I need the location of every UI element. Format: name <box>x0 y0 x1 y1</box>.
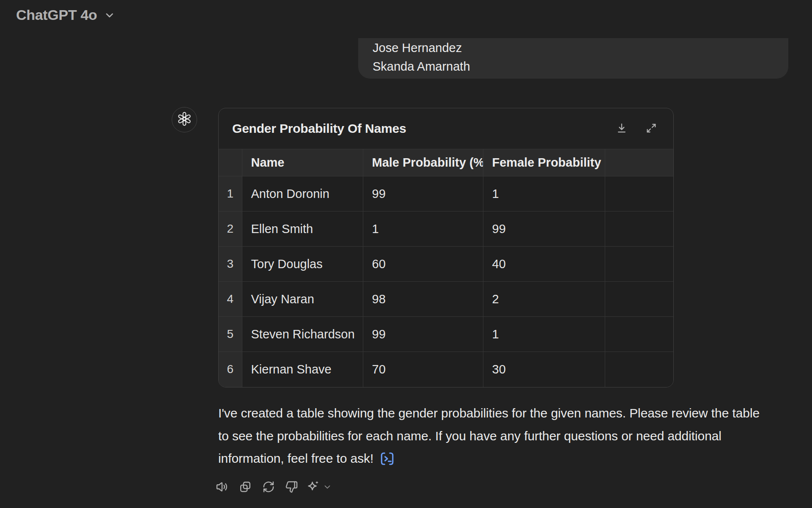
sparkle-icon <box>306 480 320 495</box>
header-blank <box>605 149 673 176</box>
table-card-header: Gender Probability Of Names <box>219 108 673 149</box>
gender-probability-table: Name Male Probability (%) Female Probabi… <box>219 149 673 387</box>
speaker-icon <box>215 480 229 495</box>
cell-male: 99 <box>363 176 483 211</box>
download-icon <box>616 122 628 135</box>
chevron-down-icon <box>103 7 116 23</box>
download-button[interactable] <box>613 120 630 137</box>
assistant-text-line: I've created a table showing the gender … <box>218 402 760 425</box>
cell-female: 1 <box>483 176 605 211</box>
read-aloud-button[interactable] <box>213 478 231 497</box>
row-index: 6 <box>219 352 242 387</box>
table-header-row: Name Male Probability (%) Female Probabi… <box>219 149 673 176</box>
copy-icon <box>239 480 252 495</box>
assistant-text-line: information, feel free to ask! <box>218 447 760 474</box>
row-index: 3 <box>219 247 242 282</box>
row-index: 1 <box>219 176 242 211</box>
header-name: Name <box>242 149 363 176</box>
assistant-avatar <box>172 107 197 132</box>
table-row: 1 Anton Doronin 99 1 <box>219 176 673 211</box>
cell-male: 60 <box>363 247 483 282</box>
row-index: 4 <box>219 282 242 317</box>
cell-male: 70 <box>363 352 483 387</box>
cell-male: 99 <box>363 317 483 352</box>
row-index: 2 <box>219 211 242 247</box>
cell-blank <box>605 176 673 211</box>
message-action-bar <box>213 478 332 497</box>
cell-name: Kiernan Shave <box>242 352 363 387</box>
expand-icon <box>645 122 657 135</box>
code-viewer-link-icon[interactable] <box>379 451 395 474</box>
model-selector[interactable]: ChatGPT 4o <box>16 7 116 23</box>
header-male-probability: Male Probability (%) <box>363 149 483 176</box>
cell-female: 2 <box>483 282 605 317</box>
cell-female: 99 <box>483 211 605 247</box>
cell-female: 30 <box>483 352 605 387</box>
cell-name: Tory Douglas <box>242 247 363 282</box>
cell-female: 40 <box>483 247 605 282</box>
model-selector-label: ChatGPT 4o <box>16 7 97 23</box>
openai-logo-icon <box>177 112 192 128</box>
table-row: 4 Vijay Naran 98 2 <box>219 282 673 317</box>
assistant-text-line-end: information, feel free to ask! <box>218 451 373 465</box>
cell-name: Anton Doronin <box>242 176 363 211</box>
cell-male: 1 <box>363 211 483 247</box>
assistant-text-line: to see the probabilities for each name. … <box>218 425 760 448</box>
assistant-message-text: I've created a table showing the gender … <box>218 402 760 474</box>
cell-blank <box>605 282 673 317</box>
header-index <box>219 149 242 176</box>
regenerate-icon <box>262 480 275 495</box>
header-female-probability: Female Probability (% <box>483 149 605 176</box>
table-row: 2 Ellen Smith 1 99 <box>219 211 673 247</box>
cell-name: Steven Richardson <box>242 317 363 352</box>
user-message-bubble: Jose Hernandez Skanda Amarnath <box>358 38 788 79</box>
thumbs-down-button[interactable] <box>283 478 301 497</box>
table-title: Gender Probability Of Names <box>232 121 613 136</box>
table-toolbar <box>613 120 660 137</box>
table-row: 5 Steven Richardson 99 1 <box>219 317 673 352</box>
thumbs-down-icon <box>285 480 299 495</box>
table-row: 6 Kiernan Shave 70 30 <box>219 352 673 387</box>
cell-female: 1 <box>483 317 605 352</box>
cell-blank <box>605 317 673 352</box>
table-widget-card: Gender Probability Of Names Name Male Pr… <box>218 108 674 387</box>
table-row: 3 Tory Douglas 60 40 <box>219 247 673 282</box>
cell-name: Vijay Naran <box>242 282 363 317</box>
row-index: 5 <box>219 317 242 352</box>
user-message-line: Jose Hernandez <box>373 38 774 57</box>
cell-male: 98 <box>363 282 483 317</box>
cell-blank <box>605 247 673 282</box>
chevron-down-icon <box>323 482 332 493</box>
cell-blank <box>605 352 673 387</box>
cell-name: Ellen Smith <box>242 211 363 247</box>
user-message-line: Skanda Amarnath <box>373 57 774 76</box>
sparkle-menu-button[interactable] <box>306 478 332 497</box>
cell-blank <box>605 211 673 247</box>
regenerate-button[interactable] <box>259 478 278 497</box>
expand-button[interactable] <box>643 120 660 137</box>
copy-button[interactable] <box>236 478 255 497</box>
